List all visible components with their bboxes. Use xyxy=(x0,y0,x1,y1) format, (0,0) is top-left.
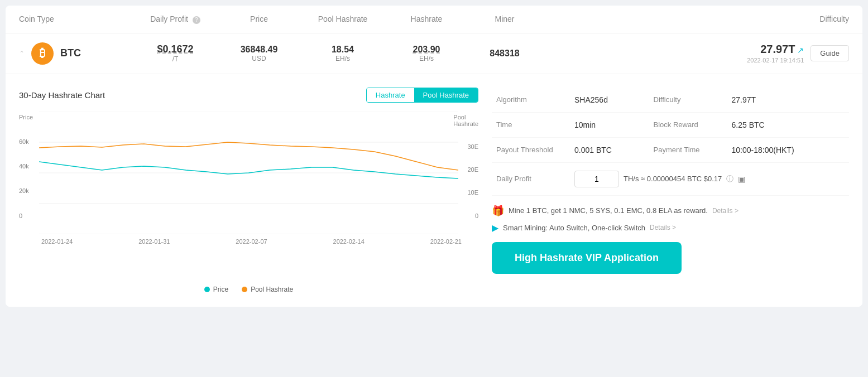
x-label-0: 2022-01-24 xyxy=(41,238,73,245)
daily-profit-unit: /T xyxy=(131,55,220,63)
payment-time-value: 10:00-18:00(HKT) xyxy=(727,137,850,162)
chart-toggle: Hashrate Pool Hashrate xyxy=(366,88,478,103)
y-axis-left-60k: 60k xyxy=(19,138,29,145)
x-label-1: 2022-01-31 xyxy=(138,238,170,245)
bottom-section: 30-Day Hashrate Chart Hashrate Pool Hash… xyxy=(6,74,862,307)
payout-row: Payout Threshold 0.001 BTC Payment Time … xyxy=(492,137,849,162)
hashrate-unit: EH/s xyxy=(387,55,466,62)
calc-help-icon[interactable]: ⓘ xyxy=(726,174,733,184)
smart-mining-text: Smart Mining: Auto Switch, One-click Swi… xyxy=(503,224,645,232)
legend-price: Price xyxy=(204,286,228,293)
y-axis-left-20k: 20k xyxy=(19,187,29,194)
payout-value: 0.001 BTC xyxy=(570,137,649,162)
difficulty-info-value: 27.97T xyxy=(727,88,850,113)
y-axis-left-40k: 40k xyxy=(19,163,29,170)
legend-pool-hashrate-dot xyxy=(242,287,247,292)
time-value: 10min xyxy=(570,112,649,137)
payout-label: Payout Threshold xyxy=(492,137,570,162)
time-label: Time xyxy=(492,112,570,137)
row-chevron-icon[interactable]: ⌃ xyxy=(19,50,25,57)
pool-hashrate-toggle-btn[interactable]: Pool Hashrate xyxy=(414,88,478,102)
y-left-label-price: Price xyxy=(19,114,33,120)
miner-value: 848318 xyxy=(466,49,544,59)
legend-price-label: Price xyxy=(213,286,228,293)
chart-title: 30-Day Hashrate Chart xyxy=(19,90,105,100)
y-axis-left-0: 0 xyxy=(19,212,22,219)
header-price: Price xyxy=(220,14,298,23)
profit-calc-text: TH/s ≈ 0.00000454 BTC $0.17 xyxy=(624,175,722,183)
header-miner: Miner xyxy=(466,14,544,23)
miner-cell: 848318 xyxy=(466,49,544,59)
daily-profit-cell: $0.1672 /T xyxy=(131,44,220,63)
difficulty-cell: 27.97T ↗ 2022-02-17 19:14:51 Guide xyxy=(544,43,849,64)
y-axis-right-10e: 10E xyxy=(467,189,478,196)
promo-smart-item: ▶ Smart Mining: Auto Switch, One-click S… xyxy=(492,223,849,233)
block-reward-label: Block Reward xyxy=(649,112,727,137)
difficulty-up-arrow-icon: ↗ xyxy=(797,46,804,55)
y-axis-right-30e: 30E xyxy=(467,143,478,150)
table-header: Coin Type Daily Profit ? Price Pool Hash… xyxy=(6,6,862,33)
difficulty-timestamp: 2022-02-17 19:14:51 xyxy=(747,57,804,64)
coin-cell: ⌃ ₿ BTC xyxy=(19,42,131,65)
info-section: Algorithm SHA256d Difficulty 27.97T Time… xyxy=(492,88,849,293)
smart-mining-icon: ▶ xyxy=(492,223,498,233)
chart-section: 30-Day Hashrate Chart Hashrate Pool Hash… xyxy=(19,88,478,293)
promo-gift-item: 🎁 Mine 1 BTC, get 1 NMC, 5 SYS, 0.1 EMC,… xyxy=(492,205,849,217)
pool-hashrate-unit: EH/s xyxy=(298,55,387,62)
header-pool-hashrate: Pool Hashrate xyxy=(298,14,387,23)
x-label-2: 2022-02-07 xyxy=(236,238,267,245)
pool-hashrate-value: 18.54 xyxy=(298,45,387,55)
legend-pool-hashrate-label: Pool Hashrate xyxy=(251,286,293,293)
header-difficulty: Difficulty xyxy=(544,14,849,23)
chart-area: Price 60k 40k 20k 0 xyxy=(19,112,478,279)
main-container: Coin Type Daily Profit ? Price Pool Hash… xyxy=(6,6,862,307)
hashrate-value: 203.90 xyxy=(387,45,466,55)
difficulty-value: 27.97T xyxy=(760,43,795,55)
algorithm-value: SHA256d xyxy=(570,88,649,113)
price-unit: USD xyxy=(220,55,298,62)
header-daily-profit: Daily Profit ? xyxy=(131,14,220,24)
algorithm-row: Algorithm SHA256d Difficulty 27.97T xyxy=(492,88,849,113)
promo-box: 🎁 Mine 1 BTC, get 1 NMC, 5 SYS, 0.1 EMC,… xyxy=(492,205,849,233)
info-table: Algorithm SHA256d Difficulty 27.97T Time… xyxy=(492,88,849,196)
price-value: 36848.49 xyxy=(220,45,298,55)
price-cell: 36848.49 USD xyxy=(220,45,298,62)
smart-details-link[interactable]: Details > xyxy=(650,224,676,231)
difficulty-label: Difficulty xyxy=(649,88,727,113)
daily-profit-info-label: Daily Profit xyxy=(492,162,570,195)
btc-icon: ₿ xyxy=(31,42,54,65)
daily-profit-help-icon[interactable]: ? xyxy=(193,16,200,24)
payment-time-label: Payment Time xyxy=(649,137,727,162)
x-label-4: 2022-02-21 xyxy=(430,238,462,245)
gift-details-link[interactable]: Details > xyxy=(712,207,738,215)
chart-header: 30-Day Hashrate Chart Hashrate Pool Hash… xyxy=(19,88,478,103)
x-label-3: 2022-02-14 xyxy=(333,238,365,245)
btc-row: ⌃ ₿ BTC $0.1672 /T 36848.49 USD 18.54 EH… xyxy=(6,33,862,74)
header-hashrate: Hashrate xyxy=(387,14,466,23)
daily-profit-input-row: Daily Profit TH/s ≈ 0.00000454 BTC $0.17… xyxy=(492,162,849,195)
hashrate-toggle-btn[interactable]: Hashrate xyxy=(367,88,414,102)
header-coin-type: Coin Type xyxy=(19,14,131,23)
x-axis: 2022-01-24 2022-01-31 2022-02-07 2022-02… xyxy=(19,238,478,245)
pool-hashrate-cell: 18.54 EH/s xyxy=(298,45,387,62)
block-reward-value: 6.25 BTC xyxy=(727,112,850,137)
hashrate-cell: 203.90 EH/s xyxy=(387,45,466,62)
chart-legend: Price Pool Hashrate xyxy=(19,286,478,293)
y-axis-right-20e: 20E xyxy=(467,166,478,173)
daily-profit-input[interactable] xyxy=(574,171,619,187)
chart-svg xyxy=(39,112,458,234)
legend-pool-hashrate: Pool Hashrate xyxy=(242,286,293,293)
vip-application-button[interactable]: High Hashrate VIP Application xyxy=(492,242,682,274)
calculator-icon[interactable]: ▣ xyxy=(738,175,745,183)
gift-icon: 🎁 xyxy=(492,205,504,217)
daily-profit-value: $0.1672 xyxy=(131,44,220,55)
algorithm-label: Algorithm xyxy=(492,88,570,113)
legend-price-dot xyxy=(204,287,210,292)
promo-gift-text: Mine 1 BTC, get 1 NMC, 5 SYS, 0.1 EMC, 0… xyxy=(509,206,708,215)
y-axis-right-0: 0 xyxy=(475,212,478,219)
coin-name: BTC xyxy=(60,47,81,59)
time-row: Time 10min Block Reward 6.25 BTC xyxy=(492,112,849,137)
guide-button[interactable]: Guide xyxy=(811,45,849,61)
